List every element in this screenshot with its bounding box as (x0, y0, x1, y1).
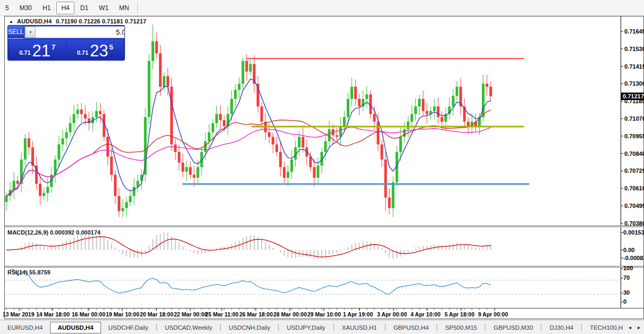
svg-text:3 Apr 00:00: 3 Apr 00:00 (377, 311, 407, 318)
tab-divider (278, 324, 279, 331)
svg-text:0: 0 (623, 298, 626, 305)
svg-text:1 Apr 19:00: 1 Apr 19:00 (343, 311, 373, 318)
tab-divider (333, 324, 334, 331)
svg-text:0.70380: 0.70380 (624, 220, 644, 227)
svg-text:0.001538: 0.001538 (623, 229, 644, 236)
svg-text:0.71070: 0.71070 (624, 115, 644, 122)
chart-symbol: AUDUSD,H4 (17, 18, 52, 24)
sell-price-main: 21 (32, 44, 51, 58)
svg-text:14 Mar 18:00: 14 Mar 18:00 (36, 311, 70, 318)
svg-text:16 Mar 00:00: 16 Mar 00:00 (72, 311, 105, 318)
svg-text:30: 30 (623, 289, 630, 296)
svg-text:0.71300: 0.71300 (624, 80, 644, 87)
timeframe-button-M30[interactable]: M30 (15, 2, 37, 14)
chart-ohlc-values: 0.71190 0.71226 0.71181 0.71217 (56, 18, 146, 24)
chart-tab-USDCHF-Daily[interactable]: USDCHF,Daily (101, 322, 156, 333)
tab-divider (385, 324, 386, 331)
timeframe-button-H4[interactable]: H4 (56, 2, 74, 14)
chart-tab-USDCAD-Weekly[interactable]: USDCAD,Weekly (157, 322, 220, 333)
chart-tab-SP500-M15[interactable]: SP500,M15 (438, 322, 484, 333)
svg-text:20 Mar 18:00: 20 Mar 18:00 (140, 311, 173, 318)
sell-price-prefix: 0.71 (19, 49, 30, 56)
buy-price-prefix: 0.71 (77, 49, 88, 56)
svg-text:9 Apr 00:00: 9 Apr 00:00 (478, 311, 508, 318)
collapse-arrow-icon[interactable]: ▲ (9, 19, 13, 24)
tab-divider (220, 324, 221, 331)
svg-text:0.70955: 0.70955 (624, 133, 644, 139)
svg-text:70: 70 (623, 274, 630, 281)
tab-scroll-right-icon[interactable]: ▸ (638, 324, 640, 330)
timeframe-button-W1[interactable]: W1 (94, 2, 113, 14)
volume-spinner: ▼ ▲ (24, 26, 125, 38)
svg-text:5 Apr 18:00: 5 Apr 18:00 (445, 311, 474, 318)
toolbar-separator (137, 2, 138, 14)
volume-input[interactable] (36, 27, 125, 38)
volume-decrease-icon[interactable]: ▼ (25, 27, 36, 38)
chart-tab-GBPUSD-M30[interactable]: GBPUSD,M30 (486, 322, 540, 333)
chart-tabbar: EURUSD,H4AUDUSD,H4USDCHF,DailyUSDCAD,Wee… (0, 320, 644, 334)
buy-price-sup: 5 (110, 43, 113, 51)
svg-text:25 Mar 11:00: 25 Mar 11:00 (205, 311, 239, 318)
macd-label: MACD(12,26,9) 0.000392 0.000174 (7, 229, 101, 236)
rsi-label: RSI(14) 55.8759 (7, 269, 51, 275)
tab-divider (485, 324, 486, 331)
timeframe-button-5[interactable]: 5 (1, 2, 14, 14)
svg-text:0.71217: 0.71217 (623, 93, 644, 99)
svg-text:-0.000835: -0.000835 (623, 255, 644, 261)
sell-price-sup: 7 (52, 43, 55, 51)
svg-text:0.71415: 0.71415 (624, 63, 644, 70)
sell-quote[interactable]: 0.71 21 7 (9, 40, 66, 59)
chart-window-header: ▲ AUDUSD,H4 0.71190 0.71226 0.71181 0.71… (9, 18, 146, 24)
svg-text:29 Mar 10:00: 29 Mar 10:00 (307, 311, 341, 318)
chart-tab-AUDUSD-H4[interactable]: AUDUSD,H4 (50, 322, 101, 333)
tab-divider (437, 324, 437, 331)
timeframe-button-MN[interactable]: MN (114, 2, 134, 14)
tab-divider (541, 324, 541, 331)
svg-text:28 Mar 00:00: 28 Mar 00:00 (273, 311, 307, 318)
svg-text:100: 100 (623, 265, 633, 271)
tab-scroll-arrows: ◂ ▸ (623, 320, 644, 334)
timeframe-button-H1[interactable]: H1 (38, 2, 55, 14)
chart-tab-XAUUSD-H1[interactable]: XAUUSD,H1 (334, 322, 384, 333)
svg-text:0.00: 0.00 (623, 247, 634, 253)
timeframe-toolbar: 5M30H1H4D1W1MN (0, 0, 644, 16)
buy-quote[interactable]: 0.71 23 5 (67, 40, 124, 59)
tab-divider (581, 324, 582, 331)
svg-text:26 Mar 18:00: 26 Mar 18:00 (239, 311, 273, 318)
chart-tab-USDCNH-Daily[interactable]: USDCNH,Daily (221, 322, 278, 333)
one-click-trading-panel: SELL ▼ ▲ BUY 0.71 21 7 0.71 23 5 (7, 25, 125, 61)
svg-text:0.71645: 0.71645 (624, 28, 644, 35)
svg-text:4 Apr 10:00: 4 Apr 10:00 (411, 311, 440, 318)
svg-text:0.70840: 0.70840 (624, 151, 644, 157)
chart-tab-EURUSD-H4[interactable]: EURUSD,H4 (0, 322, 50, 333)
timeframe-button-D1[interactable]: D1 (76, 2, 93, 14)
svg-text:0.70725: 0.70725 (624, 168, 644, 174)
svg-text:0.70610: 0.70610 (624, 185, 644, 191)
chart-tab-USDJPY-Daily[interactable]: USDJPY,Daily (279, 322, 333, 333)
svg-text:13 Mar 2019: 13 Mar 2019 (3, 311, 35, 318)
buy-price-main: 23 (90, 44, 108, 58)
tab-scroll-left-icon[interactable]: ◂ (629, 324, 631, 330)
svg-text:0.71530: 0.71530 (624, 46, 644, 52)
svg-text:0.70495: 0.70495 (624, 203, 644, 209)
svg-text:19 Mar 10:00: 19 Mar 10:00 (106, 311, 139, 318)
sell-button[interactable]: SELL (8, 26, 23, 39)
svg-text:22 Mar 00:00: 22 Mar 00:00 (174, 311, 207, 318)
chart-tab-DJ30-H4[interactable]: DJ30,H4 (542, 322, 581, 333)
tab-divider (156, 324, 157, 331)
chart-tab-GBPUSD-H4[interactable]: GBPUSD,H4 (386, 322, 436, 333)
